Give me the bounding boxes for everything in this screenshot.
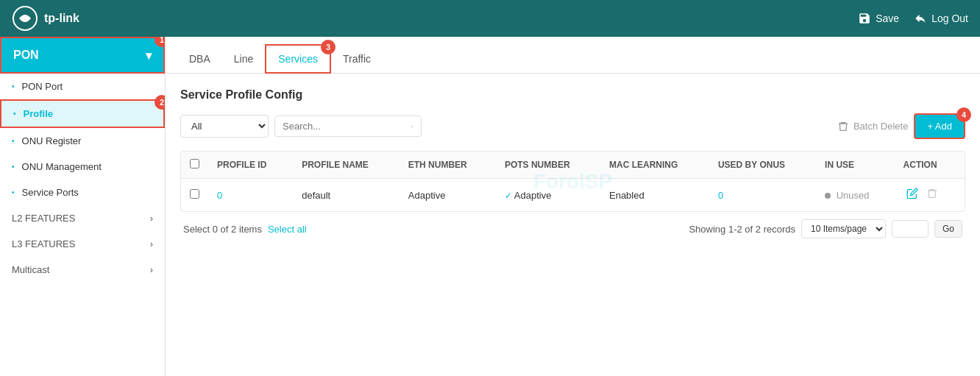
chevron-right-icon: ›: [150, 264, 153, 275]
header: tp-link Save Log Out: [0, 0, 980, 37]
layout: PON ▾ 1 • PON Port • Profile 2 • ONU Reg…: [0, 37, 980, 376]
trash-icon: [837, 121, 849, 132]
table-header-row: PROFILE ID PROFILE NAME ETH NUMBER POTS …: [181, 152, 965, 179]
th-used-by-onus: USED BY ONUS: [709, 152, 816, 179]
add-button[interactable]: + Add 4: [914, 113, 965, 139]
status-dot-icon: [825, 193, 831, 199]
th-checkbox: [181, 152, 208, 179]
check-down-icon: ✓: [505, 191, 512, 201]
save-icon: [858, 12, 871, 25]
row-pots-number: ✓ Adaptive: [496, 179, 600, 212]
tab-label: Services: [278, 53, 318, 65]
sidebar-item-label: PON Port: [22, 81, 63, 92]
row-profile-name: default: [293, 179, 400, 212]
sidebar: PON ▾ 1 • PON Port • Profile 2 • ONU Reg…: [0, 37, 166, 376]
toolbar-right: Batch Delete + Add 4: [837, 113, 965, 139]
th-eth-number: ETH NUMBER: [400, 152, 496, 179]
dot-icon: •: [13, 110, 16, 118]
filter-select[interactable]: All: [180, 115, 269, 138]
select-count: Select 0 of 2 items: [183, 224, 262, 235]
th-pots-number: POTS NUMBER: [496, 152, 600, 179]
chevron-down-icon: ▾: [146, 49, 152, 63]
row-profile-id: 0: [208, 179, 293, 212]
sidebar-item-onu-management[interactable]: • ONU Management: [0, 154, 165, 180]
delete-row-button[interactable]: [923, 186, 941, 204]
tp-link-logo: [12, 5, 38, 32]
th-action: ACTION: [895, 152, 965, 179]
batch-delete-label: Batch Delete: [853, 121, 908, 132]
used-by-onus-link[interactable]: 0: [718, 190, 723, 201]
badge-3: 3: [321, 40, 335, 54]
row-used-by-onus: 0: [709, 179, 816, 212]
tabs: DBA Line Services 3 Traffic: [166, 37, 980, 74]
sidebar-section-multicast[interactable]: Multicast ›: [0, 257, 165, 283]
footer-right: Showing 1-2 of 2 records 10 Items/page G…: [689, 219, 962, 238]
th-profile-id: PROFILE ID: [208, 152, 293, 179]
logo-text: tp-link: [44, 12, 79, 25]
sidebar-item-label: ONU Register: [22, 135, 82, 146]
sidebar-item-onu-register[interactable]: • ONU Register: [0, 128, 165, 154]
footer-left: Select 0 of 2 items Select all: [183, 224, 307, 235]
select-all-link[interactable]: Select all: [268, 224, 307, 235]
dot-icon: •: [12, 188, 15, 196]
in-use-label: Unused: [837, 190, 870, 201]
search-input[interactable]: [283, 121, 406, 132]
sidebar-item-service-ports[interactable]: • Service Ports: [0, 180, 165, 205]
profile-id-link[interactable]: 0: [217, 190, 222, 201]
sidebar-item-pon-port[interactable]: • PON Port: [0, 74, 165, 99]
th-profile-name: PROFILE NAME: [293, 152, 400, 179]
search-icon: [411, 121, 413, 132]
tab-dba[interactable]: DBA: [177, 46, 222, 74]
main: DBA Line Services 3 Traffic Service Prof…: [166, 37, 980, 376]
tab-line[interactable]: Line: [222, 46, 265, 74]
save-button[interactable]: Save: [858, 12, 899, 25]
sidebar-section-label: L3 FEATURES: [12, 238, 75, 249]
sidebar-item-label: Service Ports: [22, 187, 79, 198]
per-page-select[interactable]: 10 Items/page: [801, 219, 886, 238]
tab-traffic[interactable]: Traffic: [331, 46, 383, 74]
toolbar-left: All: [180, 115, 422, 138]
sidebar-section-l2[interactable]: L2 FEATURES ›: [0, 205, 165, 231]
pon-dropdown[interactable]: PON ▾ 1: [0, 37, 165, 74]
chevron-right-icon: ›: [150, 238, 153, 249]
sidebar-section-label: L2 FEATURES: [12, 213, 75, 224]
save-label: Save: [876, 13, 899, 24]
row-checkbox-cell: [181, 179, 208, 212]
logout-button[interactable]: Log Out: [914, 12, 968, 25]
content: Service Profile Config All: [166, 74, 980, 260]
row-action: [895, 179, 965, 212]
row-eth-number: Adaptive: [400, 179, 496, 212]
delete-icon: [926, 188, 938, 199]
logout-icon: [914, 12, 927, 25]
tab-label: DBA: [189, 53, 210, 65]
select-all-checkbox[interactable]: [190, 159, 199, 169]
header-actions: Save Log Out: [858, 12, 968, 25]
add-label: + Add: [927, 121, 952, 132]
page-number-input[interactable]: [892, 220, 928, 238]
tab-label: Traffic: [343, 53, 371, 65]
edit-button[interactable]: [903, 186, 921, 204]
row-checkbox[interactable]: [190, 189, 199, 199]
badge-2: 2: [155, 95, 166, 110]
sidebar-item-profile[interactable]: • Profile 2: [0, 99, 165, 128]
sidebar-section-l3[interactable]: L3 FEATURES ›: [0, 231, 165, 257]
dot-icon: •: [12, 82, 15, 91]
logo: tp-link: [12, 5, 79, 32]
search-box: [274, 116, 422, 137]
sidebar-item-label: Profile: [24, 108, 53, 119]
badge-1: 1: [155, 37, 166, 47]
showing-text: Showing 1-2 of 2 records: [689, 224, 795, 235]
page-title: Service Profile Config: [180, 88, 965, 102]
th-in-use: IN USE: [816, 152, 894, 179]
toolbar: All Batch Delete: [180, 113, 965, 139]
chevron-right-icon: ›: [150, 213, 153, 224]
table-row: 0 default Adaptive ✓ Adaptive Enabled: [181, 179, 965, 212]
tab-services[interactable]: Services 3: [265, 44, 331, 74]
profile-table: PROFILE ID PROFILE NAME ETH NUMBER POTS …: [181, 152, 965, 211]
table-wrap: PROFILE ID PROFILE NAME ETH NUMBER POTS …: [180, 151, 965, 212]
go-button[interactable]: Go: [934, 220, 962, 238]
th-mac-learning: MAC LEARNING: [600, 152, 709, 179]
batch-delete-button[interactable]: Batch Delete: [837, 121, 908, 132]
table-section: ForolSP PROFILE ID: [180, 151, 965, 212]
table-footer: Select 0 of 2 items Select all Showing 1…: [180, 212, 965, 246]
